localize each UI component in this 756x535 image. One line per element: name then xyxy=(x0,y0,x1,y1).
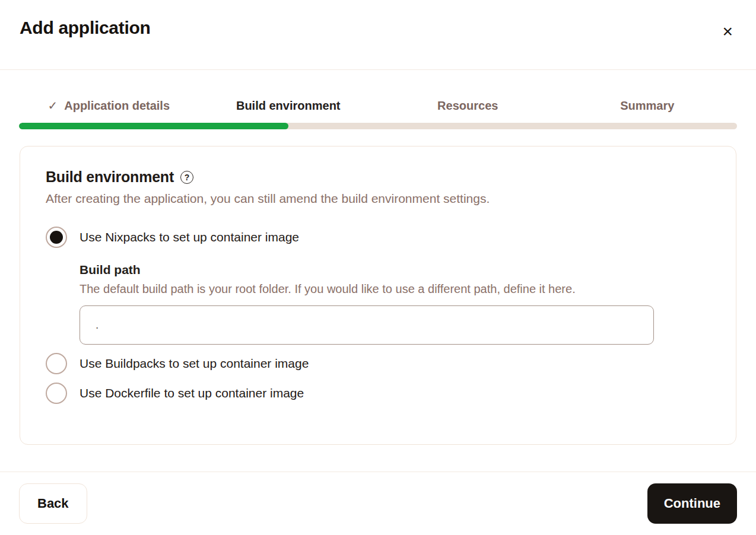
step-label: Application details xyxy=(64,99,170,113)
build-path-section: Build path The default build path is you… xyxy=(80,263,710,353)
radio-button[interactable] xyxy=(46,353,67,374)
step-build-environment[interactable]: Build environment xyxy=(199,98,379,113)
modal-footer: Back Continue xyxy=(0,472,756,535)
radio-dot xyxy=(50,231,63,244)
build-options-radio-group: Use Nixpacks to set up container image B… xyxy=(46,227,710,404)
progress-fill xyxy=(19,123,288,129)
section-description: After creating the application, you can … xyxy=(46,192,710,206)
radio-button-selected[interactable] xyxy=(46,227,67,248)
modal-title: Add application xyxy=(20,18,151,38)
radio-option-dockerfile[interactable]: Use Dockerfile to set up container image xyxy=(46,383,710,404)
option-label: Use Dockerfile to set up container image xyxy=(80,386,304,400)
check-icon: ✓ xyxy=(47,98,58,113)
build-environment-card: Build environment ? After creating the a… xyxy=(20,146,736,445)
help-icon[interactable]: ? xyxy=(180,171,193,184)
add-application-modal: Add application × ✓ Application details … xyxy=(0,0,756,535)
step-summary[interactable]: Summary xyxy=(558,98,738,113)
build-path-input[interactable] xyxy=(80,305,654,345)
card-heading-row: Build environment ? xyxy=(46,168,710,186)
radio-button[interactable] xyxy=(46,383,67,404)
step-labels: ✓ Application details Build environment … xyxy=(19,98,737,113)
back-button[interactable]: Back xyxy=(19,483,87,524)
modal-header: Add application × xyxy=(0,0,756,70)
continue-button[interactable]: Continue xyxy=(647,483,737,524)
step-label: Resources xyxy=(437,99,498,113)
step-resources[interactable]: Resources xyxy=(378,98,558,113)
step-label: Build environment xyxy=(236,99,341,113)
option-label: Use Buildpacks to set up container image xyxy=(80,356,309,371)
build-path-help: The default build path is your root fold… xyxy=(80,282,710,296)
radio-option-buildpacks[interactable]: Use Buildpacks to set up container image xyxy=(46,353,710,374)
close-icon[interactable]: × xyxy=(719,19,736,44)
wizard-stepper: ✓ Application details Build environment … xyxy=(0,98,756,129)
section-heading: Build environment xyxy=(46,168,174,186)
build-path-label: Build path xyxy=(80,263,710,277)
step-application-details[interactable]: ✓ Application details xyxy=(19,98,199,113)
radio-option-nixpacks[interactable]: Use Nixpacks to set up container image xyxy=(46,227,710,248)
option-label: Use Nixpacks to set up container image xyxy=(80,230,299,244)
progress-track xyxy=(19,123,737,129)
step-label: Summary xyxy=(620,99,674,113)
